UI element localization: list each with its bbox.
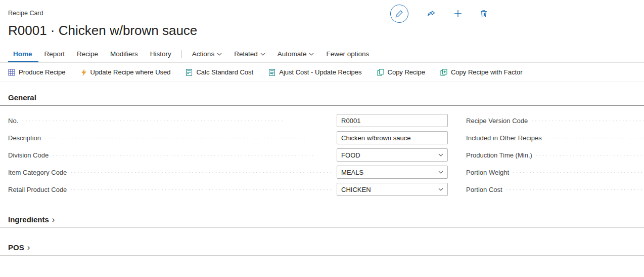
tab-history[interactable]: History <box>144 46 177 62</box>
new-button[interactable] <box>454 10 462 18</box>
tab-automate[interactable]: Automate <box>271 46 320 62</box>
calculator-icon <box>186 69 193 76</box>
field-description: Description <box>8 131 448 144</box>
action-label: Update Recipe where Used <box>90 68 171 76</box>
chevron-down-icon <box>438 188 443 191</box>
field-no: No. <box>8 114 448 127</box>
chevron-down-icon <box>309 53 314 56</box>
field-division-code: Division Code FOOD <box>8 148 448 162</box>
dotted-leader <box>22 117 333 124</box>
tab-fewer-options[interactable]: Fewer options <box>320 46 375 62</box>
tab-actions[interactable]: Actions <box>186 46 228 62</box>
retail-product-code-select[interactable]: CHICKEN <box>337 183 448 196</box>
header-icons <box>390 5 487 23</box>
field-label: Portion Weight <box>466 169 509 176</box>
tab-history-label: History <box>150 50 171 58</box>
action-label: Copy Recipe with Factor <box>451 68 523 76</box>
copy-icon <box>377 69 384 76</box>
select-value: CHICKEN <box>341 186 371 193</box>
tab-strip: Home Report Recipe Modifiers History Act… <box>0 46 644 63</box>
dotted-leader <box>531 117 644 124</box>
field-label: Division Code <box>8 151 49 159</box>
pos-section-label: POS <box>8 243 24 252</box>
chevron-right-icon: › <box>27 243 30 252</box>
chevron-right-icon: › <box>52 215 55 224</box>
share-button[interactable] <box>427 10 436 18</box>
tab-modifiers[interactable]: Modifiers <box>104 46 144 62</box>
dotted-leader <box>70 169 333 175</box>
copy-recipe-action[interactable]: Copy Recipe <box>377 68 425 76</box>
tab-home-label: Home <box>13 50 32 58</box>
field-recipe-version-code: Recipe Version Code <box>466 114 644 127</box>
action-label: Produce Recipe <box>19 68 66 76</box>
tab-related[interactable]: Related <box>228 46 271 62</box>
division-code-select[interactable]: FOOD <box>337 148 448 162</box>
field-label: Production Time (Min.) <box>466 151 532 159</box>
tab-actions-label: Actions <box>192 50 214 58</box>
chevron-down-icon <box>438 153 443 156</box>
field-portion-weight: Portion Weight 450.03 <box>466 166 644 179</box>
dotted-leader <box>506 186 644 192</box>
action-label: Copy Recipe <box>388 68 425 76</box>
tab-fewer-options-label: Fewer options <box>326 50 369 58</box>
tab-recipe-label: Recipe <box>77 50 98 58</box>
field-retail-product-code: Retail Product Code CHICKEN <box>8 183 448 196</box>
tab-recipe[interactable]: Recipe <box>71 46 104 62</box>
trash-icon <box>480 10 487 18</box>
edit-button[interactable] <box>390 5 408 23</box>
copy-recipe-with-factor-action[interactable]: Copy Recipe with Factor <box>440 68 523 76</box>
dotted-leader <box>545 135 644 141</box>
tab-report[interactable]: Report <box>38 46 71 62</box>
ingredients-section-divider <box>0 227 644 228</box>
dotted-leader <box>513 169 644 175</box>
breadcrumb[interactable]: Recipe Card <box>8 10 43 17</box>
field-label: Description <box>8 134 41 142</box>
calc-standard-cost-action[interactable]: Calc Standard Cost <box>186 68 253 76</box>
no-input[interactable] <box>337 114 448 127</box>
description-input[interactable] <box>337 131 448 144</box>
lightning-icon <box>81 69 87 76</box>
tab-home[interactable]: Home <box>8 46 38 62</box>
page-title: R0001 · Chicken w/brown sauce <box>8 23 636 38</box>
tab-automate-label: Automate <box>278 50 307 58</box>
pos-section-divider <box>0 255 644 256</box>
general-section-header[interactable]: General <box>8 93 636 105</box>
top-bar: Recipe Card <box>0 0 644 17</box>
pencil-icon <box>395 10 403 18</box>
command-bar: Produce Recipe Update Recipe where Used … <box>0 63 644 82</box>
general-fields: No. Description Division Code FOOD Item … <box>0 106 644 200</box>
plus-icon <box>454 10 462 18</box>
dotted-leader <box>536 152 644 158</box>
field-included-in-other-recipes: Included in Other Recipes No <box>466 131 644 144</box>
produce-recipe-action[interactable]: Produce Recipe <box>8 68 66 76</box>
action-label: Ajust Cost - Update Recipes <box>279 68 361 76</box>
chevron-down-icon <box>438 171 443 174</box>
grid-icon <box>8 69 15 76</box>
dotted-leader <box>44 135 333 141</box>
field-label: Retail Product Code <box>8 186 67 193</box>
field-item-category-code: Item Category Code MEALS <box>8 166 448 179</box>
tab-separator <box>181 50 182 58</box>
select-value: FOOD <box>341 151 360 159</box>
select-value: MEALS <box>341 169 363 176</box>
field-portion-cost: Portion Cost 2.35584 <box>466 183 644 196</box>
item-category-code-select[interactable]: MEALS <box>337 166 448 179</box>
field-label: Included in Other Recipes <box>466 134 542 142</box>
chevron-down-icon <box>217 53 222 56</box>
fields-column-2: Recipe Version Code Included in Other Re… <box>466 114 644 200</box>
adjust-cost-update-recipes-action[interactable]: Ajust Cost - Update Recipes <box>268 68 361 76</box>
calculator-refresh-icon <box>268 69 275 76</box>
chevron-down-icon <box>260 53 265 56</box>
ingredients-section-header[interactable]: Ingredients › <box>8 215 636 227</box>
field-label: Recipe Version Code <box>466 117 528 125</box>
ingredients-section-label: Ingredients <box>8 215 49 224</box>
field-label: Item Category Code <box>8 169 67 176</box>
tab-report-label: Report <box>44 50 65 58</box>
action-label: Calc Standard Cost <box>196 68 253 76</box>
delete-button[interactable] <box>480 10 487 18</box>
update-recipe-where-used-action[interactable]: Update Recipe where Used <box>81 68 171 76</box>
field-label: Portion Cost <box>466 186 502 193</box>
pos-section-header[interactable]: POS › <box>8 243 636 255</box>
share-icon <box>427 10 436 18</box>
tab-modifiers-label: Modifiers <box>110 50 138 58</box>
